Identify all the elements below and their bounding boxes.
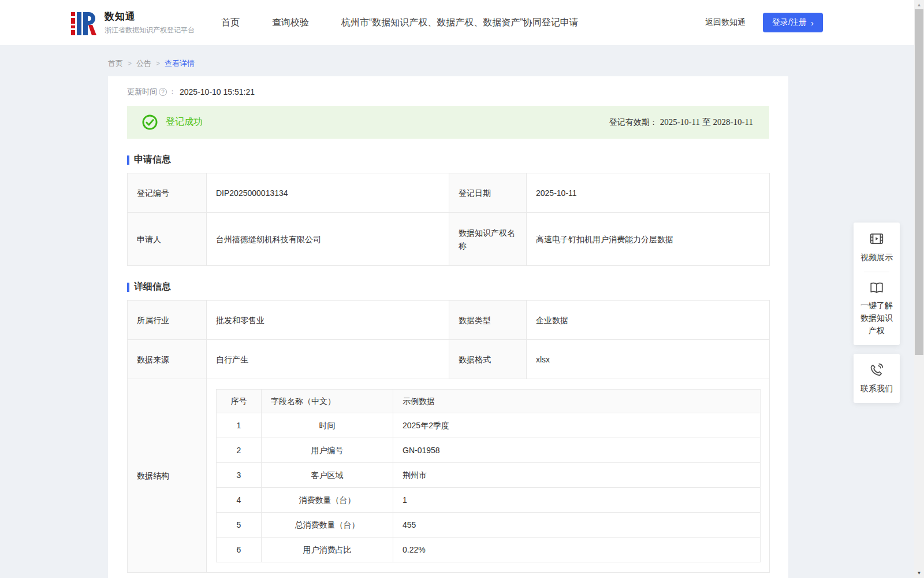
- field-name: 用户编号: [262, 438, 393, 463]
- industry-label: 所属行业: [128, 301, 207, 340]
- sample-value: 荆州市: [393, 463, 761, 488]
- data-structure-table: 序号 字段名称（中文） 示例数据 1 时间 2025年2季度 2 用户编号: [216, 389, 761, 562]
- detail-info-table: 所属行业 批发和零售业 数据类型 企业数据 数据来源 自行产生 数据格式 xls…: [127, 300, 770, 573]
- application-info-section-title: 申请信息: [127, 154, 769, 166]
- field-name: 客户区域: [262, 463, 393, 488]
- registration-success-banner: 登记成功 登记有效期： 2025-10-11 至 2028-10-11: [127, 106, 769, 139]
- reg-date-value: 2025-10-11: [527, 173, 770, 213]
- field-name: 消费数量（台）: [262, 488, 393, 513]
- applicant-value: 台州禧德缝纫机科技有限公司: [207, 213, 449, 266]
- detail-card: 更新时间 ? ： 2025-10-10 15:51:21 登记成功 登记有效期：…: [108, 76, 788, 578]
- structure-header-row: 序号 字段名称（中文） 示例数据: [217, 390, 761, 413]
- col-header-field-name: 字段名称（中文）: [262, 390, 393, 413]
- chevron-right-icon: ›: [811, 18, 814, 27]
- detail-info-section-title: 详细信息: [127, 281, 769, 293]
- nav-item-home[interactable]: 首页: [221, 17, 240, 29]
- validity-period: 登记有效期： 2025-10-11 至 2028-10-11: [609, 117, 753, 128]
- table-row: 所属行业 批发和零售业 数据类型 企业数据: [128, 301, 770, 340]
- contact-us-label[interactable]: 联系我们: [860, 382, 893, 395]
- nav-item-query-verify[interactable]: 查询校验: [272, 17, 309, 29]
- col-header-index: 序号: [217, 390, 262, 413]
- nav-item-hangzhou-joint-registration[interactable]: 杭州市“数据知识产权、数据产权、数据资产”协同登记申请: [341, 17, 579, 29]
- detail-info-label: 详细信息: [134, 281, 171, 293]
- table-row: 数据来源 自行产生 数据格式 xlsx: [128, 340, 770, 379]
- data-type-label: 数据类型: [449, 301, 527, 340]
- scroll-up-arrow-icon[interactable]: ▲: [914, 0, 924, 10]
- validity-dates: 2025-10-11 至 2028-10-11: [660, 117, 753, 127]
- divider: [864, 272, 889, 272]
- data-format-value: xlsx: [527, 340, 770, 379]
- row-index: 5: [217, 513, 262, 538]
- breadcrumb-separator: >: [156, 60, 160, 68]
- field-name: 时间: [262, 413, 393, 438]
- application-info-label: 申请信息: [134, 154, 171, 166]
- back-to-shuzhitong-link[interactable]: 返回数知通: [705, 17, 746, 28]
- breadcrumb-announcements[interactable]: 公告: [136, 58, 151, 69]
- top-header: 数知通 浙江省数据知识产权登记平台 首页 查询校验 杭州市“数据知识产权、数据产…: [0, 0, 924, 45]
- table-row: 6 用户消费占比 0.22%: [217, 538, 761, 562]
- table-row: 数据结构 序号 字段名称（中文） 示例数据 1 时间 2025年2季度: [128, 379, 770, 573]
- sample-value: 0.22%: [393, 538, 761, 562]
- video-showcase-label[interactable]: 视频展示: [860, 251, 893, 264]
- reg-date-label: 登记日期: [449, 173, 527, 213]
- data-format-label: 数据格式: [449, 340, 527, 379]
- brand-logo-icon: [71, 10, 98, 35]
- table-row: 1 时间 2025年2季度: [217, 413, 761, 438]
- data-type-value: 企业数据: [527, 301, 770, 340]
- book-icon[interactable]: [869, 280, 884, 295]
- row-index: 3: [217, 463, 262, 488]
- sample-value: GN-01958: [393, 438, 761, 463]
- page-scrollbar[interactable]: ▲ ▼: [914, 0, 924, 578]
- help-icon[interactable]: ?: [159, 88, 167, 96]
- table-row: 登记编号 DIP2025000013134 登记日期 2025-10-11: [128, 173, 770, 213]
- sample-value: 2025年2季度: [393, 413, 761, 438]
- section-bar: [127, 155, 129, 165]
- application-info-table: 登记编号 DIP2025000013134 登记日期 2025-10-11 申请…: [127, 173, 770, 266]
- video-and-guide-card: 视频展示 一键了解 数据知识 产权: [854, 223, 900, 345]
- update-time-colon: ：: [169, 87, 176, 97]
- update-time-value: 2025-10-10 15:51:21: [180, 87, 255, 97]
- guide-line: 一键了解: [860, 299, 893, 312]
- data-source-label: 数据来源: [128, 340, 207, 379]
- brand-text: 数知通 浙江省数据知识产权登记平台: [105, 10, 195, 35]
- industry-value: 批发和零售业: [207, 301, 449, 340]
- scrollbar-thumb[interactable]: [915, 9, 923, 355]
- brand-subtitle: 浙江省数据知识产权登记平台: [105, 25, 195, 35]
- data-ip-name-value: 高速电子钉扣机用户消费能力分层数据: [527, 213, 770, 266]
- breadcrumb-home[interactable]: 首页: [108, 58, 123, 69]
- status-text: 登记成功: [166, 116, 203, 128]
- col-header-sample-data: 示例数据: [393, 390, 761, 413]
- contact-card: 联系我们: [854, 354, 900, 403]
- row-index: 1: [217, 413, 262, 438]
- data-structure-label: 数据结构: [128, 379, 207, 573]
- one-click-guide-label[interactable]: 一键了解 数据知识 产权: [860, 299, 893, 337]
- breadcrumb-separator: >: [128, 60, 132, 68]
- brand-name: 数知通: [105, 10, 195, 23]
- table-row: 5 总消费数量（台） 455: [217, 513, 761, 538]
- table-row: 3 客户区域 荆州市: [217, 463, 761, 488]
- floating-widgets: 视频展示 一键了解 数据知识 产权 联系我们: [854, 223, 900, 403]
- reg-number-label: 登记编号: [128, 173, 207, 213]
- table-row: 申请人 台州禧德缝纫机科技有限公司 数据知识产权名称 高速电子钉扣机用户消费能力…: [128, 213, 770, 266]
- page: 数知通 浙江省数据知识产权登记平台 首页 查询校验 杭州市“数据知识产权、数据产…: [0, 0, 924, 578]
- video-icon[interactable]: [869, 231, 884, 246]
- data-source-value: 自行产生: [207, 340, 449, 379]
- guide-line: 数据知识: [860, 312, 893, 324]
- phone-icon[interactable]: [869, 362, 884, 377]
- sample-value: 1: [393, 488, 761, 513]
- row-index: 4: [217, 488, 262, 513]
- field-name: 用户消费占比: [262, 538, 393, 562]
- success-check-icon: [142, 114, 158, 130]
- sample-value: 455: [393, 513, 761, 538]
- update-time-row: 更新时间 ? ： 2025-10-10 15:51:21: [127, 87, 769, 97]
- section-bar: [127, 283, 129, 292]
- login-register-button[interactable]: 登录/注册 ›: [763, 13, 823, 32]
- scroll-down-arrow-icon[interactable]: ▼: [914, 568, 924, 578]
- field-name: 总消费数量（台）: [262, 513, 393, 538]
- applicant-label: 申请人: [128, 213, 207, 266]
- guide-line: 产权: [860, 324, 893, 337]
- breadcrumb-view-detail[interactable]: 查看详情: [165, 58, 195, 69]
- table-row: 4 消费数量（台） 1: [217, 488, 761, 513]
- row-index: 2: [217, 438, 262, 463]
- validity-label: 登记有效期：: [609, 117, 658, 127]
